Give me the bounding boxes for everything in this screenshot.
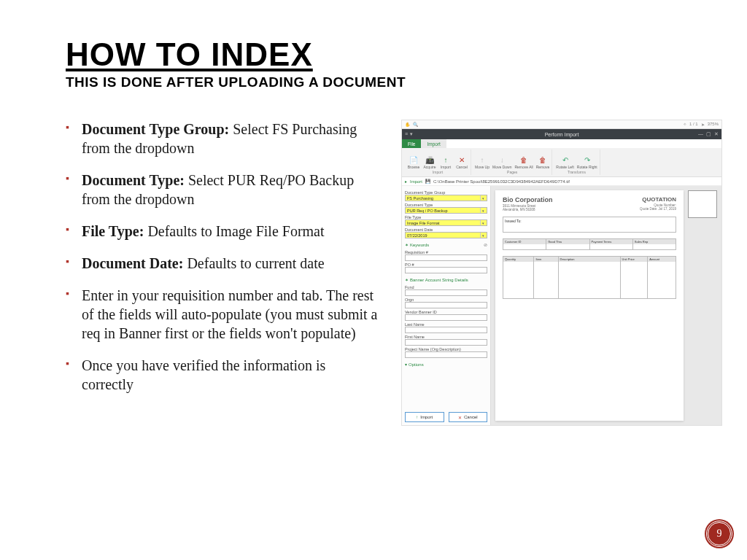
app-titlebar: ≡▾ Perform Import —▢✕ <box>402 129 721 139</box>
minimize-icon: — <box>698 131 703 137</box>
moveup-button[interactable]: ↑Move Up <box>475 155 489 169</box>
orgn-input[interactable] <box>405 302 487 308</box>
slide-title: HOW TO INDEX <box>66 36 681 73</box>
nav-icon: ⟐ <box>684 122 686 127</box>
disk-icon: 💾 <box>425 179 430 184</box>
caret-icon: ▸ <box>405 179 407 184</box>
document-preview: Bio Corporation 3911 Minnesota StreetAle… <box>491 186 721 425</box>
rotateright-button[interactable]: ↷Rotate Right <box>577 155 597 169</box>
path-bar: ▸ Import 💾 C:\OnBase Printer Spool\8E259… <box>402 177 721 186</box>
page-number-badge: 9 <box>706 521 732 547</box>
preview-page: Bio Corporation 3911 Minnesota StreetAle… <box>495 190 684 421</box>
vbid-input[interactable] <box>405 314 487 321</box>
doc-line-table: Quantity Item Description Unit Price Amo… <box>503 256 676 299</box>
keywords-section: ✶Keywords⊘ <box>405 242 487 247</box>
thumbnail-strip <box>688 190 717 421</box>
remove-button[interactable]: 🗑Remove <box>536 155 550 169</box>
rotateleft-button[interactable]: ↶Rotate Left <box>556 155 573 169</box>
indexing-panel: Document Type Group FS Purchasing▾ Docum… <box>402 186 491 425</box>
po-input[interactable] <box>405 267 487 273</box>
path-label: Import <box>410 179 422 184</box>
bullet-list: Document Type Group: Select FS Purchasin… <box>66 120 379 426</box>
import-button[interactable]: ↑Import <box>439 155 452 169</box>
zoom-pct: 375% <box>708 122 719 127</box>
maximize-icon: ▢ <box>706 131 711 137</box>
bullet-item: Document Type: Select PUR Req/PO Backup … <box>66 171 379 209</box>
clear-icon[interactable]: ⊘ <box>484 242 487 247</box>
removeall-button[interactable]: 🗑Remove All <box>514 155 533 169</box>
chevron-down-icon: ▾ <box>480 220 486 225</box>
browse-button[interactable]: 📄Browse <box>407 155 420 169</box>
chevron-down-icon: ▾ <box>480 208 486 213</box>
page-thumbnail[interactable] <box>688 190 717 218</box>
tab-file[interactable]: File <box>402 139 421 148</box>
collapse-icon[interactable]: ✶ <box>405 277 409 282</box>
dd-input[interactable]: 07/22/2019▾ <box>405 232 487 238</box>
pn-input[interactable] <box>405 351 487 358</box>
ft-select[interactable]: Image File Format▾ <box>405 219 487 226</box>
doc-quotation: QUOTATION <box>640 196 676 203</box>
import-action-button[interactable]: ↑Import <box>405 412 444 422</box>
ribbon-tabs: File Import <box>402 139 721 148</box>
dt-select[interactable]: PUR Req / PO Backup▾ <box>405 207 487 214</box>
slide-subtitle: THIS IS DONE AFTER UPLOADING A DOCUMENT <box>66 74 681 90</box>
bullet-item: Once you have verified the information i… <box>66 356 379 394</box>
options-section[interactable]: ▾Options <box>405 362 487 367</box>
chevron-down-icon: ▾ <box>480 233 486 238</box>
doc-issued-to: Issued To: <box>503 217 676 233</box>
hand-icon: ✋ <box>405 122 410 127</box>
fn-input[interactable] <box>405 339 487 346</box>
bas-section: ✶Banner Account String Details <box>405 277 487 282</box>
fund-input[interactable] <box>405 289 487 296</box>
bullet-item: Document Date: Defaults to current date <box>66 254 379 273</box>
expand-icon: ▾ <box>405 362 407 367</box>
collapse-icon[interactable]: ✶ <box>405 242 409 247</box>
menu-icon: ≡ <box>405 131 408 137</box>
zoom-icon: 🔍 <box>413 122 418 127</box>
acquire-button[interactable]: 📠Acquire <box>423 155 436 169</box>
req-input[interactable] <box>405 254 487 261</box>
doc-address: 3911 Minnesota StreetAlexandria, MN 5630… <box>503 204 553 212</box>
doc-header-table: Customer ID Good Thru Payment Terms Sale… <box>503 238 676 250</box>
file-path: C:\OnBase Printer Spool\8E25991032C3D943… <box>433 179 570 184</box>
doc-company: Bio Corporation <box>503 196 553 203</box>
movedown-button[interactable]: ↓Move Down <box>492 155 511 169</box>
cursor-icon: ➤ <box>701 122 705 127</box>
chevron-down-icon: ▾ <box>480 195 486 201</box>
bullet-item: Enter in your requisition number and tab… <box>66 286 379 343</box>
pdf-viewer-toolbar: ✋ 🔍 ⟐ 1 / 1 ➤ 375% <box>402 120 721 129</box>
dtg-select[interactable]: FS Purchasing▾ <box>405 195 487 201</box>
close-icon: ✕ <box>714 131 719 137</box>
bullet-item: Document Type Group: Select FS Purchasin… <box>66 120 379 158</box>
window-title: Perform Import <box>545 132 579 137</box>
bullet-item: File Type: Defaults to Image File Format <box>66 222 379 241</box>
tab-import[interactable]: Import <box>421 139 446 148</box>
ln-input[interactable] <box>405 327 487 333</box>
cancel-action-button[interactable]: ✕Cancel <box>449 412 488 422</box>
ribbon: 📄Browse 📠Acquire ↑Import ✕Cancel Import … <box>402 148 721 177</box>
cancel-button[interactable]: ✕Cancel <box>455 155 468 169</box>
page-nav-icon: 1 / 1 <box>689 122 698 127</box>
doc-quote-meta: Quote Number:Quote Date: Jul 17, 2019 <box>640 203 676 211</box>
app-screenshot: ✋ 🔍 ⟐ 1 / 1 ➤ 375% ≡▾ Perform Import —▢✕… <box>401 120 722 426</box>
